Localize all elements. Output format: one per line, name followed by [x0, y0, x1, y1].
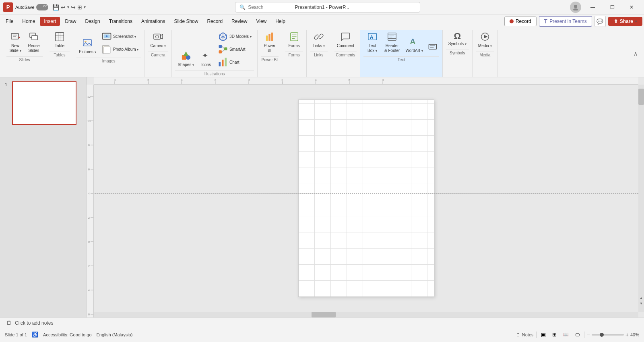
menu-draw[interactable]: Draw — [61, 17, 80, 26]
horizontal-scroll-thumb[interactable] — [312, 312, 336, 317]
header-footer-icon — [387, 32, 397, 43]
ribbon-btn-header-footer[interactable]: Header& Footer — [382, 31, 402, 54]
ribbon-btn-pictures[interactable]: Pictures ▾ — [76, 37, 99, 56]
slide-number-label: 1 — [5, 82, 7, 87]
ribbon-btn-smartart[interactable]: SmartArt — [216, 44, 254, 56]
text-group-label: Text — [363, 56, 439, 62]
undo-arrow[interactable]: ▾ — [67, 5, 69, 9]
autosave-label: AutoSave — [15, 5, 35, 10]
scroll-down-arrow[interactable]: ▼ — [638, 301, 644, 306]
customize-arrow[interactable]: ▾ — [84, 5, 86, 9]
icons-icon: ✦ — [201, 51, 211, 62]
slide-canvas[interactable] — [94, 85, 638, 312]
menu-view[interactable]: View — [252, 17, 270, 26]
ribbon-btn-photo-album[interactable]: Photo Album ▾ — [99, 44, 141, 56]
record-button[interactable]: Record — [504, 17, 537, 26]
svg-rect-39 — [225, 58, 227, 66]
notes-icon: 🗒 — [6, 320, 12, 326]
scroll-up-arrow[interactable]: ▲ — [638, 295, 644, 301]
header-footer-label: Header& Footer — [384, 44, 400, 53]
ribbon-btn-symbols[interactable]: Ω Symbols ▾ — [446, 31, 469, 48]
zoom-track[interactable] — [592, 334, 624, 336]
svg-text:2: 2 — [88, 216, 90, 219]
share-button[interactable]: ⬆ Share ▾ — [608, 17, 642, 26]
ribbon-btn-text-extra[interactable] — [426, 41, 439, 54]
menu-home[interactable]: Home — [18, 17, 39, 26]
undo-button[interactable]: ↩ — [61, 4, 66, 10]
ribbon-group-text: A TextBox ▾ Header& Footer A WordArt ▾ — [360, 30, 443, 77]
accessibility-icon: ♿ — [32, 332, 38, 338]
view-slide-sorter-button[interactable]: ⊞ — [550, 331, 559, 338]
svg-rect-34 — [224, 48, 227, 51]
menu-animations[interactable]: Animations — [137, 17, 169, 26]
links-group-label: Links — [310, 52, 328, 57]
menu-file[interactable]: File — [2, 17, 17, 26]
svg-text:6: 6 — [88, 313, 90, 316]
zoom-out-button[interactable]: − — [587, 332, 590, 338]
ribbon-btn-new-slide[interactable]: NewSlide ▾ — [6, 31, 24, 54]
pictures-label: Pictures ▾ — [79, 50, 96, 54]
horizontal-scrollbar[interactable] — [94, 312, 638, 317]
ribbon-btn-3d-models[interactable]: 3D Models ▾ — [216, 31, 254, 43]
redo-button[interactable]: ↪ — [71, 4, 76, 10]
save-button[interactable]: 💾 — [52, 4, 59, 10]
svg-text:10: 10 — [87, 120, 91, 122]
profile-avatar[interactable] — [570, 2, 581, 13]
ribbon-btn-screenshot[interactable]: Screenshot ▾ — [99, 31, 141, 43]
menu-design[interactable]: Design — [81, 17, 104, 26]
ribbon-btn-shapes[interactable]: Shapes ▾ — [175, 50, 196, 68]
comment-button[interactable]: 💬 — [594, 16, 606, 27]
ribbon-btn-text-box[interactable]: A TextBox ▾ — [363, 31, 381, 54]
ribbon-btn-forms[interactable]: Forms — [285, 31, 303, 50]
ribbon-btn-links[interactable]: Links ▾ — [310, 31, 328, 50]
vertical-scroll-thumb[interactable] — [638, 89, 644, 105]
photo-album-icon — [102, 44, 111, 55]
view-presenter-button[interactable]: 🖵 — [573, 332, 582, 338]
symbols-icon: Ω — [454, 32, 461, 41]
zoom-thumb[interactable] — [600, 333, 604, 337]
ribbon-btn-power-bi[interactable]: PowerBI — [261, 31, 279, 54]
ribbon-btn-table[interactable]: Table — [50, 31, 70, 50]
menu-slideshow[interactable]: Slide Show — [170, 17, 202, 26]
autosave-toggle[interactable] — [36, 4, 48, 10]
vertical-scrollbar[interactable]: ▲ ▼ — [638, 85, 644, 312]
ribbon-btn-reuse-slides[interactable]: ReuseSlides — [25, 31, 43, 54]
view-reading-button[interactable]: 📖 — [561, 331, 571, 338]
customize-button[interactable]: ⊞ — [77, 4, 82, 10]
close-button[interactable]: ✕ — [622, 1, 641, 14]
ribbon-btn-wordart[interactable]: A WordArt ▾ — [403, 35, 425, 54]
svg-text:6: 6 — [349, 79, 350, 82]
menu-transitions[interactable]: Transitions — [105, 17, 136, 26]
view-normal-button[interactable]: ▣ — [539, 331, 548, 338]
slide-thumbnail[interactable] — [12, 81, 76, 125]
zoom-control[interactable]: − + 40% — [587, 332, 639, 338]
zoom-in-button[interactable]: + — [625, 332, 629, 338]
search-box[interactable]: 🔍 — [235, 2, 420, 12]
tables-group-label: Tables — [50, 52, 70, 57]
status-bar: Slide 1 of 1 ♿ Accessibility: Good to go… — [0, 328, 644, 341]
ribbon-btn-cameo[interactable]: Cameo ▾ — [148, 31, 168, 50]
slide-page[interactable] — [298, 99, 434, 297]
ribbon-btn-media[interactable]: Media ▾ — [476, 31, 494, 50]
forms-icon — [289, 32, 299, 43]
divider — [536, 332, 537, 338]
menu-help[interactable]: Help — [271, 17, 289, 26]
ribbon-btn-chart[interactable]: Chart — [216, 56, 254, 68]
present-teams-button[interactable]: T Present in Teams — [539, 16, 592, 27]
ribbon-collapse-button[interactable]: ∧ — [630, 49, 641, 58]
ruler-vertical: 12 10 8 6 4 2 0 2 4 — [87, 85, 94, 317]
minimize-button[interactable]: — — [584, 1, 602, 14]
svg-rect-50 — [388, 33, 396, 40]
svg-marker-60 — [484, 35, 487, 38]
menu-insert[interactable]: Insert — [40, 17, 60, 26]
notes-bar[interactable]: 🗒 Click to add notes — [0, 317, 644, 328]
search-input[interactable] — [248, 4, 416, 10]
accessibility-status: Accessibility: Good to go — [43, 332, 91, 337]
menu-review[interactable]: Review — [227, 17, 251, 26]
maximize-button[interactable]: ❐ — [603, 1, 621, 14]
menu-record[interactable]: Record — [203, 17, 227, 26]
notes-button[interactable]: 🗒 Notes — [516, 332, 534, 337]
ribbon-btn-comment[interactable]: Comment — [334, 31, 357, 50]
reuse-slides-label: ReuseSlides — [28, 44, 40, 53]
ribbon-btn-icons[interactable]: ✦ Icons — [197, 50, 215, 68]
